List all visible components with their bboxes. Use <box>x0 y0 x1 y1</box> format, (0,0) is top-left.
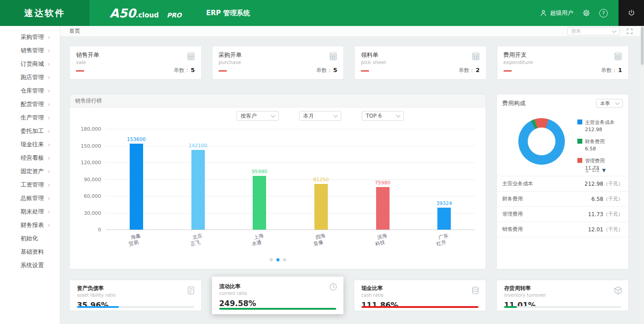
expense-row-value: 11.73 <box>588 211 603 217</box>
carousel-dots <box>70 258 486 261</box>
legend-name: 主营业务成本 <box>585 119 614 126</box>
expense-row-label: 财务费用 <box>502 196 523 202</box>
stat-title: 费用开支 <box>504 51 623 59</box>
box-icon <box>613 286 623 295</box>
expense-rows: 主营业务成本212.98（千元）财务费用6.58（千元）管理费用11.73（千元… <box>497 176 628 237</box>
kpi-card-inventory-turnover: 存货周转率 inventory turnover 11.01% <box>496 280 629 311</box>
sidebar-item[interactable]: 配货管理› <box>0 98 60 111</box>
carousel-dot[interactable] <box>276 258 280 261</box>
filter-value: 本月 <box>303 112 314 120</box>
help-icon[interactable]: ? <box>599 9 608 17</box>
expense-row-label: 主营业务成本 <box>502 180 533 187</box>
sidebar-item[interactable]: 跑店管理› <box>0 71 60 84</box>
bar-value-label: 142100 <box>178 143 218 149</box>
chevron-right-icon: › <box>47 195 50 201</box>
expense-period-select[interactable]: 本季 <box>596 99 623 108</box>
chevron-right-icon: › <box>47 182 50 188</box>
stat-card-row: 销售开单 sale 单数：5 采购开单 purchase 单数：5 <box>69 46 629 80</box>
donut-hole <box>528 128 555 155</box>
scrollbar[interactable] <box>640 26 644 324</box>
legend-swatch <box>577 158 582 163</box>
page-up-icon[interactable]: ▲ <box>585 168 589 173</box>
y-axis-label: 0 <box>70 227 101 233</box>
sidebar-item[interactable]: 初始化 <box>0 232 60 245</box>
sidebar-item[interactable]: 财务报表› <box>0 218 60 232</box>
filter-value: 按客户 <box>241 112 257 120</box>
sidebar-item[interactable]: 销售管理› <box>0 44 60 57</box>
dimension-filter-select[interactable]: 按客户 <box>237 111 279 121</box>
chevron-down-icon <box>612 28 617 33</box>
kpi-progress-track <box>361 306 479 308</box>
sidebar-item[interactable]: 基础资料 <box>0 245 60 259</box>
stat-count: 单数：5 <box>316 67 337 74</box>
bar-value-label: 75980 <box>363 180 403 186</box>
donut-chart <box>518 118 565 165</box>
chevron-down-icon <box>396 113 401 118</box>
expense-row-unit: （千元） <box>603 226 623 233</box>
legend-item[interactable]: 主营业务成本212.98 <box>577 119 614 132</box>
sidebar-item[interactable]: 生产管理› <box>0 111 60 124</box>
gridline <box>106 162 475 163</box>
breadcrumb-home[interactable]: 首页 <box>69 27 80 35</box>
kpi-progress-track <box>77 306 194 308</box>
sidebar-item-label: 配货管理 <box>21 100 44 108</box>
sidebar-item[interactable]: 总账管理› <box>0 192 60 205</box>
page-down-icon[interactable]: ▼ <box>602 168 606 173</box>
calculator-icon <box>328 51 338 61</box>
carousel-dot[interactable] <box>283 258 286 261</box>
sidebar-item[interactable]: 工资管理› <box>0 178 60 192</box>
sidebar-item[interactable]: 系统设置 <box>0 259 60 272</box>
legend-text: 财务费用6.58 <box>585 138 605 152</box>
bar <box>130 144 143 230</box>
bar-value-label: 95990 <box>239 169 280 175</box>
sidebar-item-label: 销售管理 <box>21 47 44 55</box>
chevron-right-icon: › <box>47 128 50 134</box>
stat-accent <box>219 70 227 72</box>
gridline <box>106 129 475 129</box>
main-content: 销售开单 sale 单数：5 采购开单 purchase 单数：5 <box>60 36 640 324</box>
kpi-value: 35.96% <box>77 301 194 310</box>
stat-card-sale: 销售开单 sale 单数：5 <box>69 46 202 80</box>
sidebar-item[interactable]: 订货商城› <box>0 57 60 71</box>
expense-row: 销售费用12.01（千元） <box>497 222 628 237</box>
sidebar-item[interactable]: 固定资产› <box>0 165 60 178</box>
sidebar-item[interactable]: 仓库管理› <box>0 84 60 98</box>
stat-accent <box>361 70 369 72</box>
legend-value: 6.58 <box>585 146 605 152</box>
sidebar-item[interactable]: 现金往来› <box>0 138 60 151</box>
stat-count: 单数：5 <box>174 67 195 74</box>
sidebar-item-label: 财务报表 <box>21 221 44 229</box>
legend-name: 管理费用 <box>585 158 605 164</box>
chevron-right-icon: › <box>47 74 50 81</box>
legend-value: 212.98 <box>585 127 614 132</box>
top-n-filter-select[interactable]: TOP 6 <box>362 111 404 121</box>
fullscreen-icon[interactable] <box>626 28 633 35</box>
expense-row-label: 管理费用 <box>502 211 523 217</box>
legend-item[interactable]: 财务费用6.58 <box>577 138 614 152</box>
scrollbar-thumb[interactable] <box>641 27 644 65</box>
sidebar-item[interactable]: 经营看板› <box>0 151 60 165</box>
bar <box>253 176 266 230</box>
period-filter-select[interactable]: 本月 <box>299 111 341 121</box>
sidebar-item-label: 生产管理 <box>21 114 44 122</box>
kpi-subtitle: current ratio <box>219 291 336 296</box>
sidebar-item[interactable]: 期末处理› <box>0 205 60 218</box>
sidebar-item[interactable]: 采购管理› <box>0 30 60 44</box>
search-select[interactable]: 搜索 <box>567 27 620 35</box>
bar <box>314 184 328 230</box>
product-edition: PRO <box>167 12 182 19</box>
y-axis-label: 150,000 <box>70 143 101 149</box>
kpi-card-current-ratio: 流动比率 current ratio 249.58% <box>212 277 343 314</box>
sidebar-item[interactable]: 委托加工› <box>0 124 60 138</box>
stat-card-purchase: 采购开单 purchase 单数：5 <box>212 46 344 80</box>
sidebar-item-label: 委托加工 <box>21 127 44 135</box>
gear-icon[interactable] <box>582 9 590 17</box>
kpi-subtitle: cash ratio <box>361 293 479 298</box>
carousel-dot[interactable] <box>270 258 273 261</box>
kpi-card-asset-liability: 资产负债率 asset libility ratio 35.96% <box>69 280 202 311</box>
top-header: 速达软件 A50 .cloud PRO ERP 管理系统 超级用户 ? <box>0 0 644 26</box>
chevron-right-icon: › <box>47 141 50 148</box>
gridline <box>106 179 475 180</box>
user-menu[interactable]: 超级用户 <box>539 9 573 17</box>
logout-button[interactable] <box>619 0 644 26</box>
